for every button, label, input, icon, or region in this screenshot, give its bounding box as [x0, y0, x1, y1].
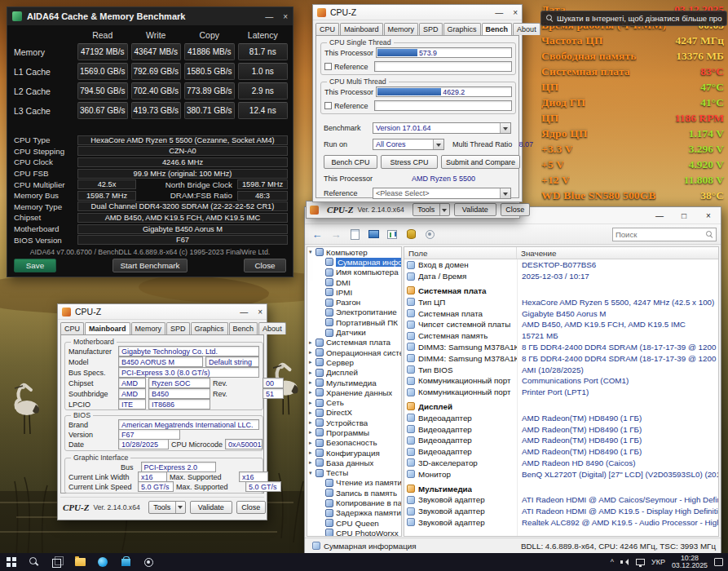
info-row[interactable]: Тип ЦП HexaCore AMD Ryzen 5 5500, 4247 M… — [404, 296, 718, 308]
tree-item[interactable]: Датчики — [307, 327, 401, 337]
close-button[interactable]: Close — [244, 259, 286, 272]
expand-arrow-icon[interactable]: ▸ — [309, 339, 315, 346]
tools-button[interactable]: Tools — [413, 203, 450, 216]
tab[interactable]: Bench — [229, 322, 258, 334]
tree-item[interactable]: ▸ Сервер — [307, 357, 401, 367]
taskbar-icon[interactable] — [0, 553, 23, 571]
info-row[interactable]: Коммуникационный порт Communications Por… — [404, 375, 718, 387]
close-button[interactable]: × — [513, 8, 518, 17]
tree-item[interactable]: Чтение из памяти — [307, 478, 401, 488]
validate-button[interactable]: Validate — [454, 203, 496, 216]
info-row[interactable]: Чипсет системной платы AMD B450, AMD K19… — [404, 319, 718, 330]
minimize-button[interactable]: — — [495, 8, 503, 17]
taskbar-icon[interactable] — [68, 553, 91, 571]
chevron-down-icon[interactable] — [439, 204, 449, 215]
close-button[interactable]: × — [696, 211, 721, 220]
toolbar-icon[interactable] — [403, 227, 419, 241]
tab[interactable]: About — [258, 322, 286, 334]
toolbar-icon[interactable] — [346, 227, 363, 241]
tree-item[interactable]: ▾ Тесты — [307, 468, 401, 478]
tab[interactable]: SPD — [419, 23, 443, 35]
taskbar-icon[interactable] — [23, 553, 46, 571]
benchmark-version-select[interactable]: Version 17.01.64 — [373, 122, 511, 134]
tree-item[interactable]: ▸ Конфигурация — [307, 448, 401, 458]
tree-item[interactable]: Имя компьютера — [307, 268, 401, 277]
info-row[interactable]: Монитор BenQ XL2720T (Digital) [27" LCD]… — [404, 468, 718, 480]
tools-button[interactable]: Tools — [148, 501, 186, 514]
info-row[interactable]: Звуковой адаптер ATI Radeon HDMI @ AMD C… — [404, 494, 718, 506]
info-row[interactable]: Видеоадаптер AMD Radeon(TM) HD8490 (1 ГБ… — [404, 423, 718, 435]
info-row[interactable]: Мультимедиа — [404, 483, 718, 494]
maximize-button[interactable]: □ — [672, 211, 696, 220]
tab[interactable]: Bench — [482, 23, 513, 35]
expand-arrow-icon[interactable]: ▸ — [309, 379, 315, 386]
tab[interactable]: CPU — [315, 23, 339, 35]
language-indicator[interactable]: УКР — [651, 558, 665, 566]
close-button[interactable]: Close — [236, 501, 266, 514]
tab[interactable]: Memory — [131, 322, 166, 334]
tree-item[interactable]: ▸ Сеть — [307, 397, 401, 407]
tree-item[interactable]: IPMI — [307, 287, 401, 297]
tree-item[interactable]: ▸ DirectX — [307, 408, 401, 418]
tree-item[interactable]: CPU Queen — [307, 518, 401, 528]
toolbar-icon[interactable] — [309, 227, 325, 241]
expand-arrow-icon[interactable]: ▾ — [309, 470, 315, 476]
titlebar[interactable]: AIDA64 Cache & Memory Benchmark — × — [7, 7, 293, 25]
info-row[interactable]: Звуковой адаптер Realtek ALC892 @ AMD K1… — [404, 517, 718, 529]
info-row[interactable]: Коммуникационный порт Printer Port (LPT1… — [404, 387, 718, 398]
tree-item[interactable]: Суммарная информ... — [307, 257, 401, 267]
field-column-header[interactable]: Поле — [404, 247, 517, 259]
start-benchmark-button[interactable]: Start Benchmark — [113, 259, 188, 272]
tree-item[interactable]: Разгон — [307, 297, 401, 307]
info-row[interactable]: Видеоадаптер AMD Radeon(TM) HD8490 (1 ГБ… — [404, 446, 718, 458]
tree-item[interactable]: ▸ Системная плата — [307, 338, 401, 347]
close-button[interactable]: × — [283, 12, 288, 21]
tree-item[interactable]: ▸ Операционная система — [307, 347, 401, 357]
info-row[interactable]: Системная плата — [404, 286, 718, 297]
toolbar-icon[interactable] — [421, 227, 438, 241]
minimize-button[interactable]: — — [240, 308, 248, 316]
minimize-button[interactable]: — — [647, 211, 672, 220]
tree-item[interactable]: ▸ Безопасность — [307, 438, 401, 448]
expand-arrow-icon[interactable]: ▸ — [309, 349, 315, 356]
expand-arrow-icon[interactable]: ▸ — [309, 359, 315, 365]
clock[interactable]: 10:28 03.12.2025 — [672, 555, 708, 570]
taskbar-icon[interactable] — [91, 553, 114, 571]
expand-arrow-icon[interactable]: ▸ — [309, 400, 315, 406]
tree-item[interactable]: ▸ Программы — [307, 427, 401, 437]
tree-item[interactable]: Электропитание — [307, 308, 401, 317]
network-icon[interactable] — [636, 559, 645, 565]
tree-item[interactable]: ▸ Устройства — [307, 418, 401, 427]
tab[interactable]: Mainboard — [340, 23, 383, 35]
value-column-header[interactable]: Значение — [517, 249, 718, 258]
tree-item[interactable]: DMI — [307, 277, 401, 287]
expand-arrow-icon[interactable]: ▸ — [309, 409, 315, 416]
submit-compare-button[interactable]: Submit and Compare — [441, 155, 520, 169]
tree-item[interactable]: ▸ Хранение данных — [307, 387, 401, 397]
minimize-button[interactable]: — — [265, 12, 273, 21]
expand-arrow-icon[interactable]: ▸ — [309, 459, 315, 466]
info-row[interactable]: Видеоадаптер AMD Radeon(TM) HD8490 (1 ГБ… — [404, 435, 718, 446]
validate-button[interactable]: Validate — [190, 501, 232, 514]
run-on-select[interactable]: All Cores — [373, 139, 444, 150]
expand-arrow-icon[interactable]: ▸ — [309, 449, 315, 456]
expand-arrow-icon[interactable]: ▸ — [309, 429, 315, 436]
taskbar-icon[interactable] — [137, 553, 160, 571]
tab[interactable]: About — [513, 23, 540, 35]
tree-item[interactable]: Копирование в памяти — [307, 498, 401, 507]
info-row[interactable]: 3D-акселератор AMD Radeon HD 8490 (Caico… — [404, 458, 718, 469]
info-row[interactable]: Дисплей — [404, 401, 718, 413]
info-row[interactable]: DIMM3: Samsung M378A1K... 8 ГБ DDR4-2400… — [404, 342, 718, 353]
info-row[interactable]: Системная плата Gigabyte B450 Aorus M — [404, 308, 718, 319]
expand-arrow-icon[interactable]: ▾ — [309, 249, 315, 255]
close-button[interactable]: × — [258, 308, 263, 316]
expand-arrow-icon[interactable]: ▸ — [309, 419, 315, 426]
info-row[interactable]: DIMM4: Samsung M378A1K... 8 ГБ DDR4-2400… — [404, 352, 718, 364]
search-box[interactable] — [612, 228, 717, 241]
tree-item[interactable]: Задержка памяти — [307, 508, 401, 518]
info-row[interactable]: Видеоадаптер AMD Radeon(TM) HD8490 (1 ГБ… — [404, 412, 718, 423]
tab[interactable]: Graphics — [191, 322, 228, 334]
info-row[interactable]: Тип BIOS AMI (10/28/2025) — [404, 364, 718, 375]
expand-arrow-icon[interactable]: ▸ — [309, 440, 315, 446]
info-row[interactable]: Звуковой адаптер ATI Radeon HDMI @ AMD K… — [404, 506, 718, 517]
